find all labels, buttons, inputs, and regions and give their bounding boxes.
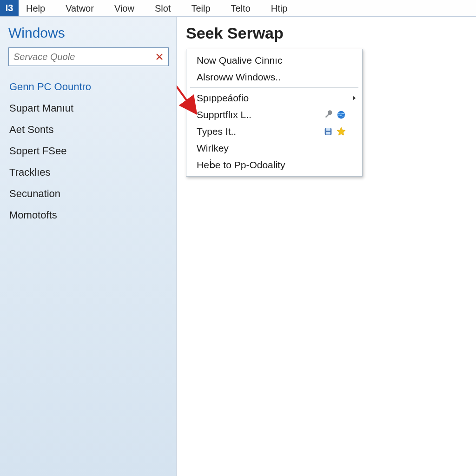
sidebar-item-momotofts[interactable]: Momotofts [8,205,169,226]
clear-search-icon[interactable] [154,52,165,62]
cm-item-wirlkey[interactable]: Wirlkey [186,140,362,157]
cm-item-types-it[interactable]: Types It.. [186,123,362,140]
page-title: Seek Serwap [186,24,467,42]
sidebar-item-genn-pc[interactable]: Genn PC Oountro [8,76,169,98]
globe-icon [336,110,346,120]
menu-viow[interactable]: Viow [107,0,142,16]
cm-item-spippeofio[interactable]: Spıppeáofio [186,90,362,106]
svg-rect-5 [326,132,330,135]
menu-slot[interactable]: Slot [147,0,178,16]
svg-rect-4 [326,128,330,131]
context-menu: Now Qualive Cinnıc Alsroww Windows.. Spı… [186,49,363,177]
sidebar-title: Windows [8,25,169,41]
cm-separator [190,87,358,88]
cm-label: Now Qualive Cinnıc [197,55,355,66]
wrench-icon [323,110,333,120]
sidebar-item-supart[interactable]: Supart Manıut [8,98,169,119]
menu-telto[interactable]: Telto [224,0,258,16]
menubar: I3 Help Vatwor Viow Slot Teilp Telto Hti… [0,0,476,17]
search-input[interactable] [13,52,154,62]
svg-point-2 [337,111,345,119]
sidebar: Windows Genn PC Oountro Supart Manıut Ae… [0,17,177,476]
cm-label: Wirlkey [197,143,355,154]
menu-teilp[interactable]: Teilp [184,0,218,16]
disk-icon [323,126,333,137]
cm-label: Spıppeáofio [197,93,355,104]
sidebar-item-tracklies[interactable]: Tracklıes [8,162,169,183]
search-field-wrap [8,47,169,66]
sidebar-item-secunation[interactable]: Secunation [8,183,169,205]
sidebar-item-aetsonts[interactable]: Aet Sonts [8,119,169,140]
app-icon: I3 [0,0,19,16]
cm-label: Heḃe to Pp-Odoality [197,159,355,171]
submenu-arrow-icon [353,96,356,100]
menu-vatwor[interactable]: Vatwor [58,0,101,16]
sidebar-item-sopert[interactable]: Sopert FSee [8,140,169,162]
menu-htip[interactable]: Htip [264,0,295,16]
cm-item-now-qualive[interactable]: Now Qualive Cinnıc [186,52,362,69]
cm-item-alsroww-windows[interactable]: Alsroww Windows.. [186,69,362,86]
cm-item-hebe-odoality[interactable]: Heḃe to Pp-Odoality [186,157,362,173]
cm-label: Alsroww Windows.. [197,72,355,83]
main-content: Seek Serwap Now Qualive Cinnıc Alsroww W… [177,17,476,476]
cm-item-supprtflix[interactable]: Supprtflıx L.. [186,106,362,123]
menu-help[interactable]: Help [19,0,53,16]
star-icon [336,126,346,137]
sidebar-list: Genn PC Oountro Supart Manıut Aet Sonts … [8,76,169,226]
